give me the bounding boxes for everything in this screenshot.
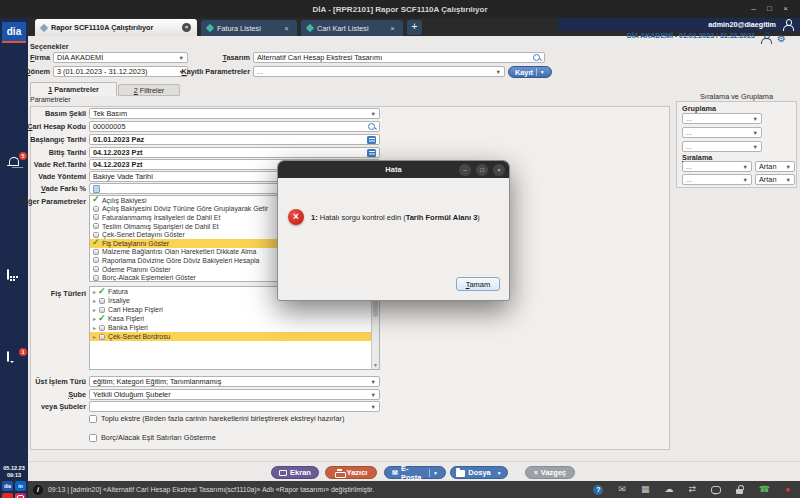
firma-select[interactable]: DİA AKADEMİ ▼: [53, 52, 188, 63]
tab-cari-kart-listesi[interactable]: Cari Kart Listesi ×: [301, 20, 403, 36]
connections-icon[interactable]: ⇄: [688, 484, 696, 495]
linkedin-icon[interactable]: in: [15, 481, 26, 491]
ekran-button-label: Ekran: [290, 468, 311, 477]
yazici-button[interactable]: Yazıcı: [325, 466, 377, 479]
phone-icon[interactable]: ☎: [759, 484, 770, 495]
user-profile-icon[interactable]: [760, 32, 772, 44]
tasarim-value: Alternatif Cari Hesap Ekstresi Tasarımı: [257, 53, 533, 62]
baslangic-tarihi-field[interactable]: 01.01.2023 Paz: [89, 134, 380, 145]
vazgec-button[interactable]: × Vazgeç: [525, 466, 575, 479]
basim-sekli-label: Basım Şekli: [20, 108, 86, 119]
sube-select[interactable]: Yetkili Olduğum Şubeler ▼: [89, 389, 380, 400]
basim-sekli-select[interactable]: Tek Basım ▼: [89, 108, 380, 119]
search-icon[interactable]: [533, 54, 541, 62]
tree-list-item[interactable]: ▸Çek-Senet Bordrosu: [90, 332, 379, 341]
tree-expand-icon[interactable]: ▸: [93, 297, 96, 304]
calendar-icon[interactable]: [367, 149, 376, 157]
kayitli-parametreler-select[interactable]: ... ▼: [253, 66, 505, 77]
button-divider: [429, 469, 430, 477]
checkbox-icon: [93, 249, 99, 255]
gruplama-select-3[interactable]: ... ▼: [682, 141, 762, 152]
dosya-button[interactable]: Dosya ▼: [450, 466, 508, 479]
calendar-icon[interactable]: [367, 136, 376, 144]
tasarim-field[interactable]: Alternatif Cari Hesap Ekstresi Tasarımı: [253, 52, 545, 63]
ekran-button[interactable]: Ekran: [271, 466, 319, 479]
apps-icon[interactable]: ▦: [641, 484, 650, 495]
donem-label: Dönem: [18, 66, 50, 77]
tab-close-icon[interactable]: ×: [182, 23, 191, 32]
dia-social-icon[interactable]: dia: [2, 481, 13, 491]
cloud-icon[interactable]: ☁: [664, 484, 673, 495]
eposta-button[interactable]: ✉ E-Posta ▼: [384, 466, 446, 479]
siralama-select-1[interactable]: ... ▼: [682, 161, 752, 172]
tree-list-item[interactable]: ▸Kasa Fişleri: [90, 314, 379, 323]
mail-icon[interactable]: ✉: [618, 484, 626, 495]
new-tab-button[interactable]: +: [407, 20, 422, 35]
tree-expand-icon[interactable]: ▸: [93, 306, 96, 313]
user-icon[interactable]: [782, 19, 794, 31]
record-icon[interactable]: ●: [785, 484, 790, 495]
options-header: Seçenekler: [30, 41, 69, 52]
chat-icon[interactable]: [711, 486, 721, 494]
messages-button[interactable]: 1: [7, 352, 23, 368]
instagram-icon[interactable]: [15, 493, 26, 498]
error-message: 1: Hatalı sorgu kontrol edin (Tarih Form…: [311, 213, 480, 222]
tab-icon: [306, 24, 314, 32]
chevron-down-icon: ▼: [786, 164, 791, 170]
lock-icon[interactable]: [736, 485, 744, 495]
scroll-down-icon[interactable]: ▼: [372, 362, 379, 369]
dia-logo-text: dia: [7, 26, 21, 37]
bitis-tarihi-field[interactable]: 04.12.2023 Pzt: [89, 147, 380, 158]
borc-alacak-checkbox[interactable]: [89, 434, 97, 442]
toplu-ekstre-checkbox[interactable]: [89, 415, 97, 423]
cari-hesap-kodu-field[interactable]: 00000005: [89, 121, 380, 132]
sort-group-header: Sıralama ve Gruplama: [676, 92, 797, 101]
tree-expand-icon[interactable]: ▸: [93, 315, 96, 322]
tree-list-item[interactable]: ▸Cari Hesap Fişleri: [90, 305, 379, 314]
tab-fatura-listesi[interactable]: Fatura Listesi ×: [201, 20, 297, 36]
gear-icon[interactable]: ⚙: [777, 33, 786, 44]
dialog-close-icon[interactable]: ×: [493, 164, 505, 176]
calendar-button[interactable]: [7, 270, 23, 286]
siralama-value-2: ...: [686, 175, 741, 184]
kayit-button[interactable]: Kayıt ▼: [508, 66, 552, 78]
tab-filtreler[interactable]: 2 Filtreler: [118, 84, 180, 96]
dialog-maximize-icon[interactable]: □: [476, 164, 488, 176]
siralama-dir-select-1[interactable]: Artan ▼: [755, 161, 795, 172]
help-icon[interactable]: ?: [593, 485, 603, 495]
close-icon[interactable]: ×: [779, 3, 792, 15]
youtube-icon[interactable]: ▸: [2, 493, 13, 498]
stepper-icon[interactable]: [93, 185, 100, 193]
ust-islem-turu-value: eğitim; Kategori Eğitim; Tanımlanmamış: [93, 377, 369, 386]
tab-close-icon[interactable]: ×: [388, 24, 397, 33]
siralama-select-2[interactable]: ... ▼: [682, 174, 752, 185]
search-icon[interactable]: [368, 123, 376, 131]
tab-rapor-scf1110a[interactable]: Rapor SCF1110A Çalıştırılıyor ×: [35, 19, 197, 36]
chevron-down-icon[interactable]: ▼: [497, 470, 502, 476]
chevron-down-icon: ▼: [753, 116, 758, 122]
vazgec-button-label: Vazgeç: [541, 468, 566, 477]
gruplama-select-1[interactable]: ... ▼: [682, 113, 762, 124]
chevron-down-icon[interactable]: ▼: [433, 470, 438, 476]
tree-expand-icon[interactable]: ▸: [93, 288, 96, 295]
minimize-icon[interactable]: –: [747, 3, 760, 15]
gruplama-select-2[interactable]: ... ▼: [682, 127, 762, 138]
chevron-down-icon: ▼: [540, 69, 545, 75]
tab-close-icon[interactable]: ×: [282, 24, 291, 33]
dialog-minimize-icon[interactable]: –: [459, 164, 471, 176]
tab-label: Fatura Listesi: [217, 24, 278, 33]
sidebar-datetime: 05.12.23 09:13: [0, 465, 28, 478]
veya-subeler-select[interactable]: ▼: [89, 401, 380, 412]
dia-logo[interactable]: dia: [2, 22, 26, 43]
ust-islem-turu-select[interactable]: eğitim; Kategori Eğitim; Tanımlanmamış ▼: [89, 376, 380, 387]
donem-select[interactable]: 3 (01.01.2023 - 31.12.2023) ▼: [53, 66, 188, 77]
siralama-dir-select-2[interactable]: Artan ▼: [755, 174, 795, 185]
error-number: 1:: [311, 213, 318, 222]
maximize-icon[interactable]: □: [763, 3, 776, 15]
printer-icon: [335, 469, 344, 476]
tree-expand-icon[interactable]: ▸: [93, 333, 96, 340]
tab-label: Rapor SCF1110A Çalıştırılıyor: [51, 23, 178, 32]
tamam-button[interactable]: Tamam: [456, 277, 500, 291]
tree-expand-icon[interactable]: ▸: [93, 324, 96, 331]
tree-list-item[interactable]: ▸Banka Fişleri: [90, 323, 379, 332]
